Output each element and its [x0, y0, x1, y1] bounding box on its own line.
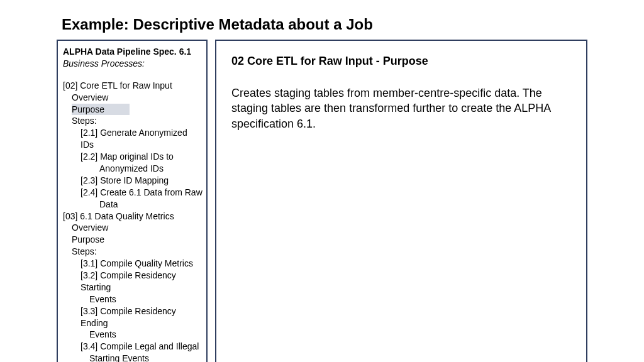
tree-item-purpose-03[interactable]: Purpose	[63, 234, 203, 246]
sidebar-title: ALPHA Data Pipeline Spec. 6.1	[63, 46, 203, 58]
tree-item-overview[interactable]: Overview	[63, 92, 203, 104]
tree-item-step-2-4[interactable]: [2.4] Create 6.1 Data from Raw	[63, 187, 203, 199]
tree-item-step-2-2-wrap: Anonymized IDs	[63, 163, 203, 175]
tree-item-step-2-1[interactable]: [2.1] Generate Anonymized IDs	[63, 127, 203, 151]
panels-container: ALPHA Data Pipeline Spec. 6.1 Business P…	[57, 40, 587, 362]
tree-item-overview-03[interactable]: Overview	[63, 222, 203, 234]
tree-item-step-3-3-wrap: Events	[63, 329, 203, 341]
tree-item-purpose-selected[interactable]: Purpose	[63, 104, 203, 116]
tree-item-step-3-3[interactable]: [3.3] Compile Residency Ending	[63, 305, 203, 329]
tree-item-step-3-2-wrap: Events	[63, 293, 203, 305]
content-panel: 02 Core ETL for Raw Input - Purpose Crea…	[215, 40, 587, 362]
tree-item-steps-label: Steps:	[63, 115, 203, 127]
tree-item-section-02[interactable]: [02] Core ETL for Raw Input	[63, 80, 203, 92]
navigation-sidebar: ALPHA Data Pipeline Spec. 6.1 Business P…	[57, 40, 208, 362]
tree-item-section-03[interactable]: [03] 6.1 Data Quality Metrics	[63, 211, 203, 222]
tree-item-step-2-3[interactable]: [2.3] Store ID Mapping	[63, 175, 203, 187]
sidebar-subtitle: Business Processes:	[63, 58, 203, 70]
tree-item-step-2-4-wrap: Data	[63, 199, 203, 211]
selected-label: Purpose	[72, 104, 130, 116]
content-title: 02 Core ETL for Raw Input - Purpose	[231, 55, 571, 68]
tree-item-steps-label-03: Steps:	[63, 246, 203, 258]
tree-item-step-3-2[interactable]: [3.2] Compile Residency Starting	[63, 270, 203, 293]
tree-item-step-3-1[interactable]: [3.1] Compile Quality Metrics	[63, 258, 203, 270]
page-title: Example: Descriptive Metadata about a Jo…	[62, 16, 587, 33]
content-body: Creates staging tables from member-centr…	[231, 85, 571, 131]
tree-item-step-3-4[interactable]: [3.4] Compile Legal and Illegal	[63, 341, 203, 353]
tree-item-step-3-4-wrap: Starting Events	[63, 353, 203, 362]
tree-item-step-2-2[interactable]: [2.2] Map original IDs to	[63, 151, 203, 163]
